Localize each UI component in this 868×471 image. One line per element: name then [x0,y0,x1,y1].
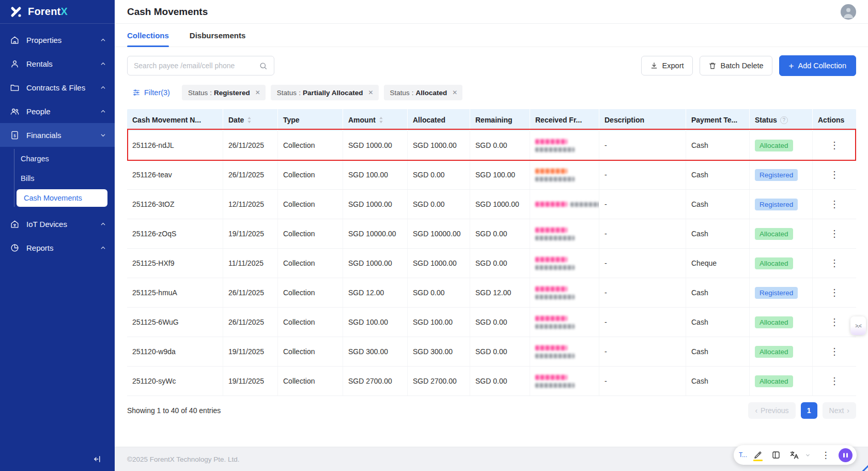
people-icon [9,106,20,116]
table-row[interactable]: 251126-teav26/11/2025CollectionSGD 100.0… [127,160,856,190]
row-actions-menu-icon[interactable]: ⋮ [826,197,843,211]
cell-description: - [599,308,686,337]
cell-allocated: SGD 2700.00 [408,367,470,396]
export-button[interactable]: Export [641,56,693,75]
search-input[interactable] [134,62,259,70]
column-header-actions: Actions [813,109,856,131]
row-actions-menu-icon[interactable]: ⋮ [826,345,843,358]
trash-icon [708,62,717,70]
cell-received-from [530,219,599,248]
sort-icon[interactable] [247,116,252,124]
topbar: Cash Movements [115,0,868,24]
close-icon[interactable]: ✕ [255,89,260,96]
sidebar-item-label: People [26,107,100,116]
cell-allocated: SGD 300.00 [408,337,470,366]
tab-collections[interactable]: Collections [127,24,169,47]
status-badge: Allocated [755,375,793,387]
cell-description: - [599,367,686,396]
sidebar-item-properties[interactable]: Properties [0,28,115,52]
sidebar-subitem-bills[interactable]: Bills [0,169,115,188]
app-window: ForentX PropertiesRentalsContracts & Fil… [0,0,868,471]
table-row[interactable]: 251120-w9da19/11/2025CollectionSGD 300.0… [127,337,856,367]
table-row[interactable]: 251126-ndJL26/11/2025CollectionSGD 1000.… [127,131,856,160]
assistant-avatar[interactable] [839,448,853,462]
row-actions-menu-icon[interactable]: ⋮ [826,256,843,270]
sidebar-collapse-button[interactable] [92,453,103,465]
sidebar-item-iot-devices[interactable]: IoT Devices [0,212,115,236]
pagination: Showing 1 to 40 of 40 entries ‹Previous … [127,402,856,419]
row-actions-menu-icon[interactable]: ⋮ [826,139,843,152]
row-actions-menu-icon[interactable]: ⋮ [826,286,843,299]
sidebar-item-label: Properties [26,36,100,44]
sidebar-item-label: Financials [26,131,100,140]
cell-type: Collection [278,131,343,160]
status-badge: Allocated [755,257,793,269]
reader-panel-icon[interactable] [771,450,781,460]
table-row[interactable]: 251125-hmuA26/11/2025CollectionSGD 12.00… [127,278,856,308]
search-icon[interactable] [259,62,268,70]
table-row[interactable]: 251125-6WuG26/11/2025CollectionSGD 100.0… [127,308,856,337]
add-collection-button[interactable]: + Add Collection [779,55,856,76]
row-actions-menu-icon[interactable]: ⋮ [826,227,843,240]
cell-status: Registered [750,160,813,189]
kebab-menu-icon[interactable]: ⋮ [820,450,831,460]
iot-home-icon [9,219,20,229]
chevron-down-icon[interactable] [802,450,813,460]
column-header-description: Description [599,109,686,131]
floating-widget[interactable]: >.< [850,316,866,335]
received-from-redacted [535,316,575,329]
column-header-date[interactable]: Date [223,109,278,131]
column-header-amount[interactable]: Amount [343,109,408,131]
cell-no: 251126-zOqS [127,219,223,248]
cell-status: Registered [750,278,813,307]
row-actions-menu-icon[interactable]: ⋮ [826,374,843,388]
sort-icon[interactable] [379,116,383,124]
table-row[interactable]: 251125-HXf911/11/2025CollectionSGD 1000.… [127,249,856,278]
cell-allocated: SGD 0.00 [408,190,470,219]
sidebar-item-contracts-files[interactable]: Contracts & Files [0,75,115,99]
sidebar-item-rentals[interactable]: Rentals [0,52,115,75]
table-row[interactable]: 251120-syWc19/11/2025CollectionSGD 2700.… [127,367,856,396]
sidebar-item-people[interactable]: People [0,99,115,123]
translate-icon[interactable] [789,450,799,460]
close-icon[interactable]: ✕ [452,89,457,96]
cell-payment-term: Cheque [686,249,750,278]
action-buttons: Export Batch Delete + Add Collection [641,55,856,76]
cell-status: Allocated [750,131,813,160]
page-number-button[interactable]: 1 [801,402,817,419]
cell-amount: SGD 1000.00 [343,131,408,160]
sidebar-item-reports[interactable]: Reports [0,236,115,260]
tab-disbursements[interactable]: Disbursements [190,24,245,47]
row-actions-menu-icon[interactable]: ⋮ [826,168,843,181]
cell-received-from [530,160,599,189]
cell-type: Collection [278,219,343,248]
batch-delete-button[interactable]: Batch Delete [700,56,772,75]
cell-no: 251120-w9da [127,337,223,366]
cell-allocated: SGD 0.00 [408,278,470,307]
cell-actions: ⋮ [813,278,856,307]
highlighter-icon[interactable] [753,450,763,460]
close-icon[interactable]: ✕ [368,89,373,96]
sidebar-submenu: ChargesBillsCash Movements [0,147,115,212]
cell-actions: ⋮ [813,337,856,366]
filter-button[interactable]: Filter(3) [132,88,170,97]
row-actions-menu-icon[interactable]: ⋮ [826,315,843,329]
status-badge: Registered [755,287,798,299]
sidebar-subitem-charges[interactable]: Charges [0,149,115,169]
user-avatar[interactable] [841,4,856,20]
filter-chip-partially-allocated: Status:Partially Allocated✕ [271,85,379,100]
cell-allocated: SGD 0.00 [408,160,470,189]
cell-received-from [530,249,599,278]
sidebar-subitem-cash-movements[interactable]: Cash Movements [17,189,107,207]
received-from-redacted [535,286,575,299]
cell-remaining: SGD 0.00 [470,131,530,160]
next-page-button[interactable]: Next› [823,402,856,419]
cell-date: 26/11/2025 [223,278,278,307]
sidebar-item-financials[interactable]: $Financials [0,123,115,147]
help-icon[interactable]: ? [780,116,788,124]
table-row[interactable]: 251126-3tOZ12/11/2025CollectionSGD 1000.… [127,190,856,219]
copyright-text: ©2025 ForentX Technology Pte. Ltd. [127,455,240,463]
previous-page-button[interactable]: ‹Previous [748,402,795,419]
table-row[interactable]: 251126-zOqS19/11/2025CollectionSGD 10000… [127,219,856,249]
cell-amount: SGD 1000.00 [343,249,408,278]
